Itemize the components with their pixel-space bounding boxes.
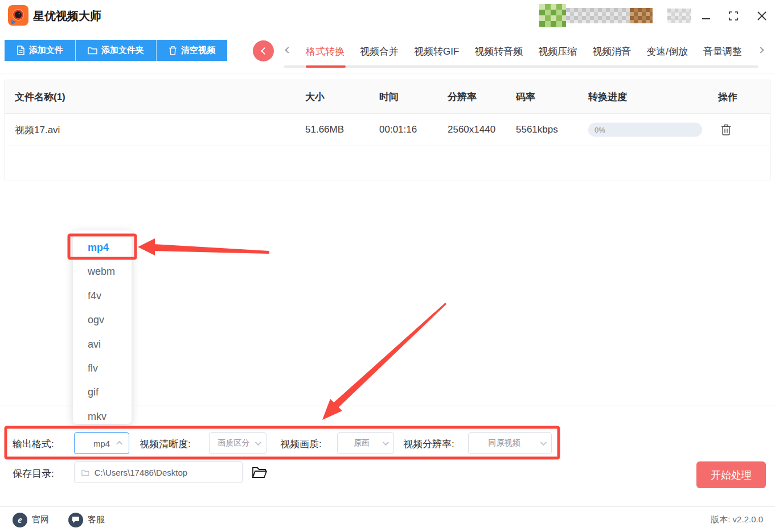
minimize-icon: [702, 11, 711, 20]
file-table: 文件名称(1) 大小 时间 分辨率 码率 转换进度 操作 视频17.avi 51…: [5, 80, 770, 180]
dropdown-option-mp4[interactable]: mp4: [73, 236, 132, 259]
tab-video-to-gif[interactable]: 视频转GIF: [414, 45, 459, 58]
clear-videos-label: 清空视频: [181, 45, 215, 56]
blurred-badge: [630, 8, 653, 23]
app-window: 星优视频大师 添加文件: [0, 0, 775, 532]
progress-value: 0%: [594, 126, 605, 134]
official-site-link[interactable]: e 官网: [13, 507, 49, 532]
start-processing-button[interactable]: 开始处理: [696, 461, 766, 488]
tabs-next-icon[interactable]: [757, 47, 764, 53]
maximize-icon: [729, 11, 738, 20]
save-path-field[interactable]: [74, 461, 243, 483]
close-button[interactable]: [752, 6, 772, 26]
resolution-select[interactable]: 同原视频: [468, 432, 552, 454]
folder-open-icon: [252, 467, 267, 479]
header-time: 时间: [379, 90, 399, 104]
tab-video-to-audio[interactable]: 视频转音频: [474, 45, 523, 58]
chevron-down-icon: [540, 439, 547, 446]
header-progress: 转换进度: [588, 90, 627, 104]
toolbar: 添加文件 添加文件夹 清空视频: [5, 40, 227, 61]
support-label: 客服: [88, 514, 105, 525]
output-format-value: mp4: [93, 439, 110, 448]
clarity-select[interactable]: 画质区分: [209, 432, 266, 454]
cell-time: 00:01:16: [379, 124, 417, 135]
chevron-down-icon: [255, 439, 261, 446]
trash-icon: [169, 46, 177, 55]
cell-bitrate: 5561kbps: [516, 124, 558, 135]
clarity-value: 画质区分: [218, 438, 250, 448]
tab-speed-reverse[interactable]: 变速/倒放: [646, 45, 688, 58]
tabs-scroll-left-button[interactable]: [253, 40, 274, 61]
add-folder-button[interactable]: 添加文件夹: [75, 40, 156, 61]
version-label: 版本: v2.2.0.0: [711, 514, 763, 525]
chevron-left-icon: [261, 47, 268, 55]
output-format-select[interactable]: mp4: [74, 432, 129, 454]
app-logo-icon: [8, 5, 28, 26]
browse-folder-button[interactable]: [251, 464, 268, 481]
folder-icon: [81, 469, 89, 476]
cell-size: 51.66MB: [305, 124, 344, 135]
header-divider: [0, 73, 775, 73]
close-icon: [757, 11, 766, 20]
dropdown-option-ogv[interactable]: ogv: [73, 308, 132, 332]
resolution-value: 同原视频: [489, 438, 520, 448]
trash-icon: [721, 124, 731, 135]
tab-video-mute[interactable]: 视频消音: [592, 45, 631, 58]
tab-video-compress[interactable]: 视频压缩: [538, 45, 577, 58]
cell-resolution: 2560x1440: [448, 124, 495, 135]
tab-bar: 格式转换 视频合并 视频转GIF 视频转音频 视频压缩 视频消音 变速/倒放 音…: [306, 40, 742, 63]
minimize-button[interactable]: [696, 6, 716, 26]
header-file-name: 文件名称(1): [15, 90, 65, 104]
titlebar: 星优视频大师: [0, 0, 775, 31]
annotation-arrow-mp4: [138, 238, 269, 255]
cell-file-name: 视频17.avi: [15, 123, 60, 137]
header-size: 大小: [305, 90, 325, 104]
tab-format-convert[interactable]: 格式转换: [306, 45, 345, 58]
save-path-input[interactable]: [95, 468, 235, 477]
add-file-button[interactable]: 添加文件: [5, 40, 75, 61]
blurred-username: [566, 8, 630, 23]
support-link[interactable]: 客服: [68, 507, 105, 532]
dropdown-option-f4v[interactable]: f4v: [73, 284, 132, 308]
dropdown-option-gif[interactable]: gif: [73, 380, 132, 404]
clear-videos-button[interactable]: 清空视频: [156, 40, 227, 61]
dropdown-option-webm[interactable]: webm: [73, 259, 132, 283]
official-site-label: 官网: [32, 514, 49, 525]
empty-table-row: [5, 146, 770, 180]
dropdown-option-mkv[interactable]: mkv: [73, 405, 132, 428]
quality-value: 原画: [354, 438, 370, 448]
add-folder-label: 添加文件夹: [101, 45, 144, 56]
resolution-label: 视频分辨率:: [403, 438, 454, 451]
header-action: 操作: [718, 90, 737, 104]
footer: e 官网 客服 版本: v2.2.0.0: [0, 506, 775, 532]
file-icon: [17, 46, 25, 55]
quality-label: 视频画质:: [280, 438, 322, 451]
browser-e-icon: e: [13, 513, 27, 527]
save-dir-label: 保存目录:: [13, 467, 54, 480]
table-header-row: 文件名称(1) 大小 时间 分辨率 码率 转换进度 操作: [5, 80, 770, 114]
tab-video-merge[interactable]: 视频合并: [360, 45, 399, 58]
tab-volume-adjust[interactable]: 音量调整: [703, 45, 742, 58]
output-format-label: 输出格式:: [13, 438, 54, 451]
progress-bar: 0%: [588, 123, 702, 137]
maximize-button[interactable]: [723, 6, 744, 26]
chevron-down-icon: [383, 439, 389, 446]
blurred-account-extra: [667, 9, 691, 23]
table-row: 视频17.avi 51.66MB 00:01:16 2560x1440 5561…: [5, 114, 770, 146]
dropdown-option-avi[interactable]: avi: [73, 332, 132, 356]
tab-track: [284, 65, 758, 68]
output-format-dropdown: mp4 webm f4v ogv avi flv gif mkv: [73, 230, 132, 424]
add-file-label: 添加文件: [29, 45, 63, 56]
annotation-arrow-settings: [322, 303, 446, 420]
clarity-label: 视频清晰度:: [140, 438, 191, 451]
app-title: 星优视频大师: [33, 9, 101, 24]
tab-active-indicator: [306, 65, 346, 68]
folder-icon: [88, 46, 97, 55]
quality-select[interactable]: 原画: [337, 432, 394, 454]
header-resolution: 分辨率: [448, 90, 477, 104]
tabs-prev-icon[interactable]: [285, 47, 291, 53]
chevron-up-icon: [116, 441, 122, 447]
delete-row-button[interactable]: [719, 122, 733, 137]
dropdown-option-flv[interactable]: flv: [73, 356, 132, 380]
chat-bubble-icon: [68, 513, 83, 527]
